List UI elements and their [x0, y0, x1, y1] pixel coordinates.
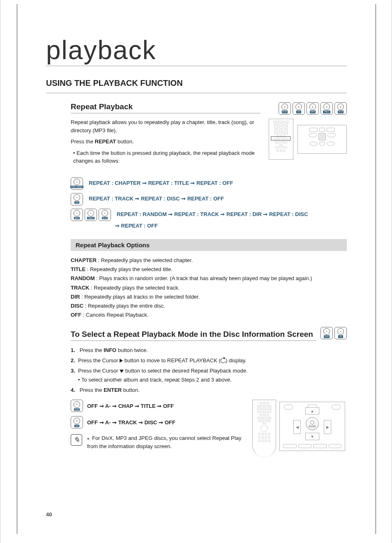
step-1: 1. Press the INFO button twice.	[71, 346, 347, 355]
heading-repeat-playback: Repeat Playback	[71, 102, 261, 113]
option-def: DIR : Repeatedly plays all tracks in the…	[71, 292, 347, 301]
dpad-enter-icon: ENTER	[306, 417, 319, 430]
disc-badge-cd-select: CD	[334, 327, 347, 339]
mode-sequence-mp3-cont: ➞ REPEAT : OFF	[46, 222, 347, 230]
section-title: playback	[46, 37, 347, 66]
disc-badge-cd-seq: CD	[71, 416, 83, 428]
mode-sequence-mp3: REPEAT : RANDOM ➞ REPEAT : TRACK ➞ REPEA…	[117, 210, 308, 219]
option-def: OFF : Cancels Repeat Playback.	[71, 311, 347, 320]
step-2: 2.Press the Cursor button to move to REP…	[71, 356, 347, 365]
sequence-cd: OFF ➞ A- ➞ TRACK ➞ DISC ➞ OFF	[87, 419, 175, 426]
disc-badge-dvd: DVD	[279, 102, 291, 115]
dpad-left-icon: ◀	[293, 420, 301, 434]
option-def: TRACK : Repeatedly plays the selected tr…	[71, 283, 347, 292]
disc-badge-dvd-video: DVD-VIDEO	[71, 177, 83, 190]
dpad-up-icon: ▲	[305, 407, 319, 415]
option-def: CHAPTER : Repeatedly plays the selected …	[71, 256, 347, 265]
disc-badge-jpeg: JPEG	[321, 102, 333, 115]
disc-badge-dvd-select: DVD	[321, 327, 333, 339]
dpad-down-icon: ▼	[305, 433, 319, 440]
disc-badge-dvd-seq: DVD	[71, 400, 83, 412]
remote-diagram-repeat	[269, 119, 347, 160]
option-def: TITLE : Repeatedly plays the selected ti…	[71, 265, 347, 274]
step-3-sub: To select another album and track, repea…	[71, 375, 347, 384]
remote-diagram-enter: ▲ ▼ ◀ ▶ ENTER	[252, 400, 347, 457]
disc-badge-cd-mode: CD	[71, 193, 83, 205]
cursor-right-icon	[120, 359, 123, 363]
disc-badge-cd: CD	[293, 102, 305, 115]
repeat-bullet: Each time the button is pressed during p…	[71, 149, 261, 165]
option-def: RANDOM : Plays tracks in random order. (…	[71, 274, 347, 283]
step-3: 3.Press the Cursor button to select the …	[71, 366, 347, 384]
disc-badge-jpeg-mode: JPEG	[85, 209, 97, 221]
page-number: 40	[46, 511, 52, 518]
step-4: 4. Press the ENTER button.	[71, 386, 347, 395]
heading-using-playback: USING THE PLAYBACK FUNCTION	[46, 78, 183, 90]
note-icon: ✎	[71, 434, 82, 446]
disc-badge-divx: DivX	[334, 102, 347, 115]
mode-sequence-cd: REPEAT : TRACK ➞ REPEAT : DISC ➞ REPEAT …	[89, 195, 224, 203]
note-text: For DivX, MP3 and JPEG discs, you cannot…	[87, 434, 248, 450]
disc-badge-divx-mode: DivX	[99, 209, 111, 221]
sequence-dvd: OFF ➞ A- ➞ CHAP ➞ TITLE ➞ OFF	[87, 403, 174, 409]
press-repeat-text: Press the REPEAT button.	[71, 138, 261, 146]
heading-repeat-options: Repeat Playback Options	[71, 239, 347, 251]
mode-sequence-dvd: REPEAT : CHAPTER ➞ REPEAT : TITLE ➞ REPE…	[89, 179, 233, 188]
disc-badge-mp3: MP3	[307, 102, 319, 115]
cursor-down-icon	[120, 370, 124, 373]
disc-badge-mp3-mode: MP3	[71, 209, 83, 221]
dpad-right-icon: ▶	[324, 420, 331, 434]
repeat-intro-text: Repeat playback allows you to repeatedly…	[71, 118, 261, 134]
option-def: DISC : Repeatedly plays the entire disc.	[71, 301, 347, 311]
heading-select-repeat-mode: To Select a Repeat Playback Mode in the …	[71, 330, 316, 341]
